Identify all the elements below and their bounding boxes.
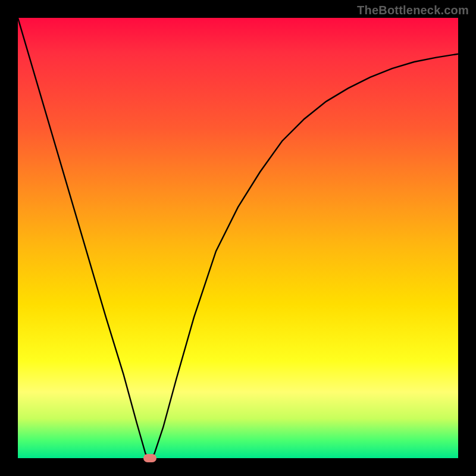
curve-svg (18, 18, 458, 458)
chart-frame: TheBottleneck.com (0, 0, 476, 476)
plot-area (18, 18, 458, 458)
minimum-point-marker (143, 454, 156, 462)
bottleneck-curve (18, 18, 458, 458)
watermark-text: TheBottleneck.com (357, 4, 469, 17)
